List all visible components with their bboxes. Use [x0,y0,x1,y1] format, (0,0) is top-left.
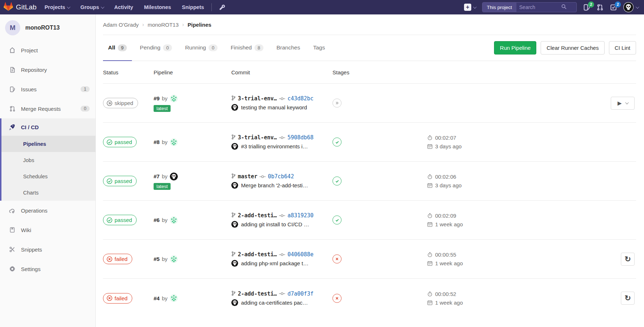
status-badge-passed[interactable]: passed [103,215,137,225]
commit-message-link[interactable]: Merge branch '2-add-testi… [241,182,308,188]
search-bar[interactable]: This project [482,2,577,12]
retry-pipeline-button[interactable]: ↻ [621,292,635,305]
search-input[interactable] [519,4,559,10]
merge-requests-nav-icon[interactable] [597,4,604,11]
sidebar-item-snippets[interactable]: Snippets [0,240,95,259]
top-navbar: GitLab Projects Groups Activity Mileston… [0,0,644,14]
branch-link[interactable]: 3-trial-env… [238,134,277,141]
triggerer-avatar[interactable] [170,216,178,224]
sidebar-item-settings[interactable]: Settings [0,259,95,279]
todos-count-badge: 2 [615,1,621,8]
admin-wrench-icon[interactable] [219,4,225,10]
tab-tags[interactable]: Tags [308,35,330,61]
branch-link[interactable]: 2-add-testi… [238,212,277,219]
triggerer-avatar[interactable] [170,294,178,302]
status-badge-skipped[interactable]: skipped [103,98,138,108]
commit-sha-link[interactable]: d7a00f3f [287,291,313,297]
sidebar-item-merge-requests[interactable]: Merge Requests 0 [0,99,95,118]
breadcrumb-user[interactable]: Adam O'Grady [103,22,139,28]
todos-nav-icon[interactable]: 2 [610,4,617,11]
sidebar-item-repository[interactable]: Repository [0,60,95,79]
pipeline-duration: 00:02:07 [427,135,531,141]
sidebar-item-project[interactable]: Project [0,40,95,60]
pipeline-link[interactable]: #9 [154,95,160,101]
commit-message-link[interactable]: adding ca-certificates pac… [241,300,308,306]
sidebar-subitem-pipelines[interactable]: Pipelines [1,136,95,152]
breadcrumb-project[interactable]: monoROT13 [147,22,179,28]
commit-sha-link[interactable]: 0b7cb642 [268,173,294,180]
pipeline-row: passed #8 by [103,123,636,162]
commit-author-avatar[interactable] [231,299,238,306]
nav-milestones[interactable]: Milestones [144,4,171,10]
stage-icon-failed[interactable] [332,294,342,303]
status-badge-passed[interactable]: passed [103,137,137,147]
user-menu[interactable] [623,2,638,12]
pipeline-link[interactable]: #4 [154,295,160,301]
sidebar-subitem-schedules[interactable]: Schedules [1,168,95,184]
status-badge-passed[interactable]: passed [103,176,137,186]
sidebar-subitem-jobs[interactable]: Jobs [1,152,95,168]
commit-sha-link[interactable]: 0406088e [287,251,313,258]
ci-lint-button[interactable]: CI Lint [609,41,636,54]
run-pipeline-button[interactable]: Run Pipeline [494,41,536,54]
manual-action-dropdown[interactable]: ▶ [611,97,635,110]
branch-link[interactable]: 2-add-testi… [238,291,277,297]
tab-pending[interactable]: Pending0 [135,35,177,61]
commit-sha-link[interactable]: c43d82bc [287,95,313,102]
pipeline-link[interactable]: #6 [154,217,160,223]
pipeline-link[interactable]: #8 [154,139,160,145]
sidebar-item-wiki[interactable]: Wiki [0,220,95,240]
commit-message-link[interactable]: testing the manual keyword [241,104,307,110]
sidebar-item-ci-cd[interactable]: CI / CD [1,118,95,136]
branch-icon [231,95,236,102]
latest-badge: latest [154,105,171,112]
status-badge-failed[interactable]: failed [103,254,132,264]
commit-author-avatar[interactable] [231,104,238,111]
stage-icon-passed[interactable] [332,176,342,186]
commit-author-avatar[interactable] [231,182,238,189]
plus-icon: + [464,4,471,11]
tab-finished[interactable]: Finished8 [226,35,269,61]
stage-icon-skipped[interactable] [332,99,342,108]
commit-author-avatar[interactable] [231,143,238,150]
tab-all[interactable]: All9 [103,35,132,61]
commit-author-avatar[interactable] [231,221,238,228]
issues-nav-icon[interactable]: 2 [583,4,590,11]
stage-icon-passed[interactable] [332,138,342,147]
branch-link[interactable]: master [238,173,257,180]
stage-icon-passed[interactable] [332,215,342,224]
commit-message-link[interactable]: adding php-xml package t… [241,260,309,266]
triggerer-avatar[interactable] [170,173,178,180]
nav-projects[interactable]: Projects [44,4,69,10]
commit-sha-link[interactable]: a8319230 [287,212,313,219]
gitlab-logo[interactable]: GitLab [4,2,37,13]
clear-runner-caches-button[interactable]: Clear Runner Caches [541,41,604,54]
nav-snippets[interactable]: Snippets [182,4,204,10]
tab-branches[interactable]: Branches [271,35,305,61]
new-menu-button[interactable]: + [464,4,476,11]
nav-groups[interactable]: Groups [80,4,103,10]
project-header[interactable]: M monoROT13 [0,14,95,40]
commit-author-avatar[interactable] [231,260,238,267]
triggerer-avatar[interactable] [170,255,178,263]
sidebar-item-issues[interactable]: Issues 1 [0,79,95,99]
commit-message-link[interactable]: adding git install to CI/CD … [241,221,309,227]
commit-sha-link[interactable]: 5908db68 [287,134,313,141]
branch-link[interactable]: 2-add-testi… [238,251,277,258]
sidebar-item-operations[interactable]: Operations [0,201,95,220]
branch-link[interactable]: 3-trial-env… [238,95,277,102]
issues-icon [9,86,16,92]
branch-icon [231,251,236,258]
tab-running[interactable]: Running0 [180,35,223,61]
triggerer-avatar[interactable] [170,138,178,146]
pipeline-link[interactable]: #5 [154,256,160,262]
commit-message-link[interactable]: #3 trialling environments i… [241,143,308,149]
sidebar-subitem-charts[interactable]: Charts [1,184,95,201]
triggerer-avatar[interactable] [170,95,178,103]
stage-icon-failed[interactable] [332,254,342,263]
pipeline-link[interactable]: #7 [154,173,160,179]
retry-pipeline-button[interactable]: ↻ [621,253,635,266]
status-badge-failed[interactable]: failed [103,293,132,304]
nav-activity[interactable]: Activity [114,4,133,10]
pipeline-row: skipped #9 by latest [103,84,636,123]
